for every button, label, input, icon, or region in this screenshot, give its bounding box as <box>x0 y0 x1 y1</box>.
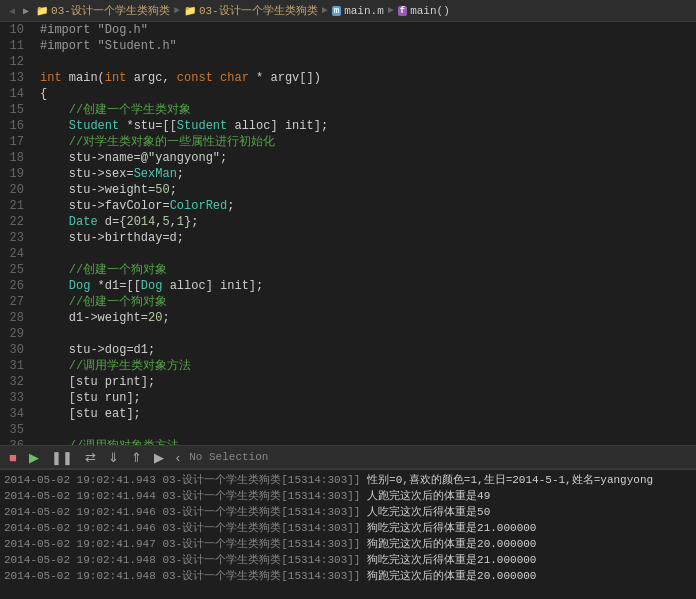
line-number: 16 <box>4 118 24 134</box>
sep-2: ► <box>322 5 328 16</box>
line-number: 22 <box>4 214 24 230</box>
code-line: #import "Student.h" <box>40 38 696 54</box>
folder-icon-2: 📁 <box>184 5 196 17</box>
line-number: 11 <box>4 38 24 54</box>
code-line: //创建一个狗对象 <box>40 262 696 278</box>
code-line: d1->weight=20; <box>40 310 696 326</box>
folder-icon: 📁 <box>36 5 48 17</box>
line-number: 23 <box>4 230 24 246</box>
line-number: 14 <box>4 86 24 102</box>
pause-button[interactable]: ❚❚ <box>48 450 76 465</box>
line-number: 33 <box>4 390 24 406</box>
code-line: [stu run]; <box>40 390 696 406</box>
line-number: 32 <box>4 374 24 390</box>
log-line: 2014-05-02 19:02:41.946 03-设计一个学生类狗类[153… <box>4 504 692 520</box>
line-number: 30 <box>4 342 24 358</box>
code-line: #import "Dog.h" <box>40 22 696 38</box>
code-line: //创建一个学生类对象 <box>40 102 696 118</box>
code-line: //调用狗对象类方法 <box>40 438 696 445</box>
breadcrumb-item-2: 📁 03-设计一个学生类狗类 <box>184 3 318 18</box>
log-line: 2014-05-02 19:02:41.946 03-设计一个学生类狗类[153… <box>4 520 692 536</box>
sep-3: ► <box>388 5 394 16</box>
line-number: 18 <box>4 150 24 166</box>
line-number: 15 <box>4 102 24 118</box>
code-line: stu->name=@"yangyong"; <box>40 150 696 166</box>
line-number: 13 <box>4 70 24 86</box>
back-arrow[interactable]: ◀ <box>6 4 18 18</box>
code-line: Dog *d1=[[Dog alloc] init]; <box>40 278 696 294</box>
editor-area: 1011121314151617181920212223242526272829… <box>0 22 696 445</box>
code-line: //调用学生类对象方法 <box>40 358 696 374</box>
code-line: //创建一个狗对象 <box>40 294 696 310</box>
code-line: stu->dog=d1; <box>40 342 696 358</box>
log-line: 2014-05-02 19:02:41.944 03-设计一个学生类狗类[153… <box>4 488 692 504</box>
code-line: stu->birthday=d; <box>40 230 696 246</box>
code-line <box>40 422 696 438</box>
code-line: stu->favColor=ColorRed; <box>40 198 696 214</box>
line-number: 29 <box>4 326 24 342</box>
log-line: 2014-05-02 19:02:41.948 03-设计一个学生类狗类[153… <box>4 568 692 584</box>
forward-arrow[interactable]: ▶ <box>20 4 32 18</box>
code-line <box>40 326 696 342</box>
breadcrumb-item-4: f main() <box>398 5 450 17</box>
line-number: 27 <box>4 294 24 310</box>
line-number: 24 <box>4 246 24 262</box>
output-area[interactable]: 2014-05-02 19:02:41.943 03-设计一个学生类狗类[153… <box>0 469 696 599</box>
line-number: 31 <box>4 358 24 374</box>
location-button[interactable]: ‹ <box>173 450 183 465</box>
line-number: 36 <box>4 438 24 445</box>
code-line: [stu eat]; <box>40 406 696 422</box>
line-number: 17 <box>4 134 24 150</box>
line-number: 34 <box>4 406 24 422</box>
line-number: 10 <box>4 22 24 38</box>
code-line: Student *stu=[[Student alloc] init]; <box>40 118 696 134</box>
play-button[interactable]: ▶ <box>26 450 42 465</box>
line-number: 28 <box>4 310 24 326</box>
line-number: 25 <box>4 262 24 278</box>
line-number: 19 <box>4 166 24 182</box>
step-out-button[interactable]: ⇑ <box>128 450 145 465</box>
log-line: 2014-05-02 19:02:41.947 03-设计一个学生类狗类[153… <box>4 536 692 552</box>
nav-arrows: ◀ ▶ <box>6 4 32 18</box>
line-number: 12 <box>4 54 24 70</box>
line-number: 35 <box>4 422 24 438</box>
no-selection-label: No Selection <box>189 451 268 463</box>
breadcrumb-item-3: m main.m <box>332 5 384 17</box>
code-line: //对学生类对象的一些属性进行初始化 <box>40 134 696 150</box>
code-line <box>40 54 696 70</box>
func-icon: f <box>398 6 407 16</box>
code-line: Date d={2014,5,1}; <box>40 214 696 230</box>
code-line <box>40 246 696 262</box>
breakpoint-button[interactable]: ▶ <box>151 450 167 465</box>
m-file-icon: m <box>332 6 341 16</box>
breadcrumb-bar: ◀ ▶ 📁 03-设计一个学生类狗类 ► 📁 03-设计一个学生类狗类 ► m … <box>0 0 696 22</box>
code-line: int main(int argc, const char * argv[]) <box>40 70 696 86</box>
line-number: 20 <box>4 182 24 198</box>
stop-button[interactable]: ■ <box>6 450 20 465</box>
code-line: stu->weight=50; <box>40 182 696 198</box>
log-line: 2014-05-02 19:02:41.943 03-设计一个学生类狗类[153… <box>4 472 692 488</box>
step-into-button[interactable]: ⇓ <box>105 450 122 465</box>
line-number: 21 <box>4 198 24 214</box>
sep-1: ► <box>174 5 180 16</box>
code-content[interactable]: #import "Dog.h"#import "Student.h"int ma… <box>32 22 696 445</box>
code-line: stu->sex=SexMan; <box>40 166 696 182</box>
debug-toolbar: ■ ▶ ❚❚ ⇄ ⇓ ⇑ ▶ ‹ No Selection <box>0 445 696 469</box>
code-line: [stu print]; <box>40 374 696 390</box>
line-number: 26 <box>4 278 24 294</box>
line-numbers: 1011121314151617181920212223242526272829… <box>0 22 32 445</box>
breadcrumb-item-1: 📁 03-设计一个学生类狗类 <box>36 3 170 18</box>
step-over-button[interactable]: ⇄ <box>82 450 99 465</box>
log-line: 2014-05-02 19:02:41.948 03-设计一个学生类狗类[153… <box>4 552 692 568</box>
code-line: { <box>40 86 696 102</box>
